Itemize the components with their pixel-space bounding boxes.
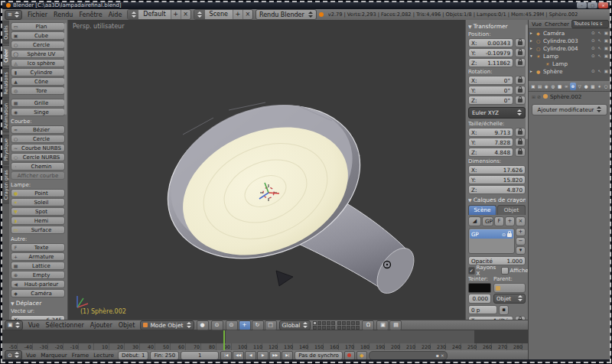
toolshelf-scrollbar[interactable]: [64, 23, 67, 115]
tool-button[interactable]: ≈Bézier: [11, 125, 65, 134]
lock-button[interactable]: [515, 58, 526, 67]
start-frame-field[interactable]: Début: 1: [118, 351, 148, 360]
tool-button[interactable]: ○Cercle: [11, 41, 65, 49]
tool-button[interactable]: FTexte: [11, 243, 65, 252]
gp-layer-list[interactable]: GP⊙: [468, 228, 515, 254]
layout-name[interactable]: Default: [138, 10, 170, 19]
lock-button[interactable]: [515, 96, 526, 105]
thickness-option-button[interactable]: ▪: [499, 305, 509, 315]
delete-layout-button[interactable]: ×: [181, 10, 190, 19]
tool-button[interactable]: ▦Lattice: [11, 262, 65, 270]
tool-button[interactable]: ◯Sphère UV: [11, 50, 65, 58]
gp-datablock-name[interactable]: GPencil: [482, 216, 493, 226]
new-datablock-button[interactable]: +: [505, 216, 515, 226]
tool-button[interactable]: ◬Ico sphère: [11, 59, 65, 67]
tool-button[interactable]: ☀Soleil: [11, 198, 65, 206]
tool-button[interactable]: ▣Cube: [11, 31, 65, 40]
menu-item[interactable]: Vue: [24, 352, 38, 359]
tool-button[interactable]: ◎Tore: [11, 86, 65, 95]
menu-item[interactable]: Vue: [25, 322, 43, 329]
outliner-row[interactable]: ▸ ● Sphère ⊙ ↖ ▣: [529, 67, 610, 75]
tool-button[interactable]: ◀Haut-parleur: [11, 280, 65, 288]
lock-icon[interactable]: [507, 233, 512, 237]
tool-button[interactable]: ▭Plan: [11, 22, 65, 31]
pivot-selector[interactable]: ⊙: [211, 320, 223, 330]
fake-user-button[interactable]: F: [494, 216, 504, 226]
editor-type-button[interactable]: ≡: [5, 10, 22, 20]
number-field[interactable]: X:0°: [468, 76, 513, 85]
menu-item[interactable]: Marqueur: [38, 352, 69, 359]
gp-layer-row[interactable]: GP⊙: [470, 229, 513, 239]
minimize-button[interactable]: –: [577, 2, 587, 8]
tool-button[interactable]: ▲Cône: [11, 77, 65, 86]
title-bar[interactable]: Blender [C:\aa3D\lampadairefinal.blend] …: [2, 2, 610, 9]
number-field[interactable]: Z:0°: [468, 96, 513, 105]
end-frame-field[interactable]: Fin: 250: [150, 351, 179, 360]
move-panel-header[interactable]: ▼Déplacer: [11, 300, 65, 307]
tool-button[interactable]: ◉Singe: [11, 108, 65, 116]
gp-layers-panel-header[interactable]: ▼Calques de crayon gr: [468, 197, 526, 203]
row-toggle-icons[interactable]: ⊙ ↖ ▣: [591, 31, 609, 35]
shading-selector[interactable]: ●: [197, 320, 209, 330]
scene-name[interactable]: Scene: [205, 10, 233, 19]
lock-button[interactable]: [515, 316, 526, 320]
lock-button[interactable]: [515, 86, 526, 95]
number-field[interactable]: X:0.00343: [468, 38, 513, 47]
tool-button[interactable]: ▼Spot: [11, 207, 65, 216]
menu-item[interactable]: Aide: [106, 11, 125, 18]
menu-item[interactable]: Vue: [530, 21, 543, 28]
delete-scene-button[interactable]: ×: [243, 10, 252, 19]
properties-tab-icon[interactable]: ⊕: [570, 83, 576, 90]
tool-button[interactable]: ◆Caméra: [11, 289, 65, 297]
properties-tab-icon[interactable]: ▣: [530, 83, 536, 90]
parent-type-selector[interactable]: Objet: [493, 294, 526, 304]
xray-checkbox[interactable]: ✓Rayons X: [468, 267, 497, 274]
playback-button[interactable]: ▶▶: [269, 351, 281, 360]
menu-item[interactable]: Fenêtre: [76, 11, 105, 18]
properties-tab-icon[interactable]: ○: [603, 83, 609, 90]
add-scene-button[interactable]: +: [233, 10, 243, 19]
field-action-icons[interactable]: ▪ ×: [436, 353, 444, 358]
layer-list-button[interactable]: −: [516, 237, 526, 245]
transform-panel-header[interactable]: ▼Transformer: [468, 23, 526, 30]
properties-tab-icon[interactable]: ▤: [537, 83, 543, 90]
tool-button[interactable]: ~Courbe NURBS: [11, 144, 65, 152]
layer-grid[interactable]: [313, 321, 360, 330]
tool-button[interactable]: ○Cercle: [11, 135, 65, 143]
playback-button[interactable]: |◀: [220, 351, 232, 360]
gp-frame-field[interactable]: Trame : 1 (Déverr: [468, 316, 513, 320]
tool-button[interactable]: ⊕Empty: [11, 271, 65, 279]
rotation-mode-selector[interactable]: Euler XYZ: [468, 107, 526, 119]
lock-button[interactable]: [515, 76, 526, 85]
outliner-row[interactable]: ▸ ○ Cylindre.003 ⊙ ↖ ▣: [529, 37, 610, 44]
playback-button[interactable]: ▶: [257, 351, 269, 360]
editor-type-button[interactable]: ▣: [5, 320, 23, 330]
manipulator-button[interactable]: +: [239, 320, 251, 330]
lock-button[interactable]: [515, 138, 526, 147]
gp-pencil-icon[interactable]: ◢: [468, 216, 481, 226]
mode-selector[interactable]: Mode Objet: [140, 320, 194, 330]
playback-button[interactable]: ◀◀: [233, 351, 244, 360]
empty-object-marker[interactable]: [276, 271, 293, 286]
add-layout-button[interactable]: +: [171, 10, 181, 19]
browse-scene-button[interactable]: [194, 10, 205, 19]
auto-keyframe-button[interactable]: [344, 351, 355, 360]
tool-button[interactable]: ·Chemin: [11, 162, 65, 171]
row-toggle-icons[interactable]: ⊙ ↖ ▣: [591, 38, 609, 43]
lock-button[interactable]: [515, 48, 526, 57]
menu-item[interactable]: Sélectionner: [43, 322, 87, 329]
keying-set-button[interactable]: ◆: [356, 351, 367, 360]
outliner-row[interactable]: ▸ ◆ Caméra ⊙ ↖ ▣: [529, 29, 610, 37]
row-toggle-icons[interactable]: ⊙ ↖ ▣: [591, 46, 609, 50]
outliner-filter-selector[interactable]: Toutes les s: [571, 20, 609, 28]
menu-item[interactable]: Fichier: [24, 11, 50, 18]
current-frame-line[interactable]: [223, 330, 225, 350]
properties-tab-icon[interactable]: ▦: [590, 83, 596, 90]
unlink-datablock-button[interactable]: ×: [516, 216, 526, 226]
number-field[interactable]: Z:4.848: [468, 148, 513, 157]
properties-tab-icon[interactable]: ∗: [597, 83, 603, 90]
tool-button[interactable]: ◌Cercle NURBS: [11, 153, 65, 161]
menu-item[interactable]: Chercher: [543, 21, 571, 28]
menu-item[interactable]: Objet: [116, 322, 138, 329]
expander-icon[interactable]: ▸: [530, 31, 535, 35]
